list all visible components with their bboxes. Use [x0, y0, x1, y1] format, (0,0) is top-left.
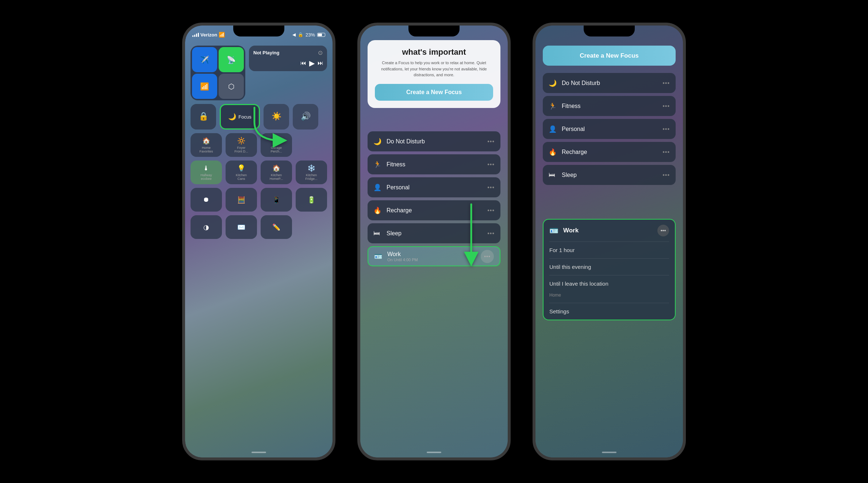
p3-work-dots-button[interactable]: ••• — [657, 225, 669, 236]
arrow-1 — [247, 104, 291, 149]
location-sublabel: Home — [544, 292, 675, 303]
p3-moon-icon: 🌙 — [549, 79, 559, 87]
p3-personal-dots[interactable]: ••• — [662, 126, 670, 132]
record-icon: ⏺ — [203, 196, 210, 204]
until-leave-location-option[interactable]: Until I leave this location — [544, 275, 675, 292]
home-tiles-row-2: 🌡 Hallwayecobee 💡 KitchenCans 🏠 KitchenH… — [191, 161, 327, 184]
sleep-icon: 🛏 — [373, 229, 384, 237]
status-right-1: ◀ 🔒 23% — [292, 32, 325, 38]
prev-icon[interactable]: ⏮ — [300, 60, 306, 66]
fitness-label: Fitness — [387, 161, 487, 168]
record-tile[interactable]: ⏺ — [191, 188, 222, 212]
p3-sleep-icon: 🛏 — [549, 171, 559, 179]
darkmode-icon: ◑ — [203, 223, 209, 231]
personal-item[interactable]: 👤 Personal ••• — [368, 177, 500, 197]
kitchen-home-tile[interactable]: 🏠 KitchenHomeP... — [261, 161, 292, 184]
phone-2-notch — [408, 26, 460, 36]
phone-3-bg: Create a New Focus 🌙 Do Not Disturb ••• … — [535, 26, 683, 457]
personal-dots[interactable]: ••• — [487, 184, 495, 191]
blank-tile-1 — [296, 133, 327, 157]
p3-dots-icon: ••• — [661, 228, 666, 233]
remote-tile[interactable]: 📱 — [261, 188, 292, 212]
fitness-icon: 🏃 — [373, 161, 384, 169]
do-not-disturb-item[interactable]: 🌙 Do Not Disturb ••• — [368, 131, 500, 151]
p3-personal-icon: 👤 — [549, 125, 559, 133]
p3-dnd-dots[interactable]: ••• — [662, 80, 670, 86]
media-tile[interactable]: ⊙ Not Playing ⏮ ▶ ⏭ — [249, 46, 327, 71]
screen-lock-tile[interactable]: 🔒 — [191, 104, 216, 130]
work-expanded-panel: 🪪 Work ••• For 1 hour Until this evening… — [543, 219, 676, 320]
phone-1-bg: Verizon 📶 ◀ 🔒 23% — [185, 26, 333, 457]
scroll-indicator-3 — [602, 452, 617, 453]
media-controls: ⏮ ▶ ⏭ — [300, 59, 323, 67]
p3-sleep-dots[interactable]: ••• — [662, 172, 670, 178]
p3-recharge-label: Recharge — [562, 149, 662, 155]
kitchen-cans-tile[interactable]: 💡 KitchenCans — [226, 161, 257, 184]
p3-dnd-label: Do Not Disturb — [562, 80, 662, 86]
volume-tile[interactable]: 🔊 — [293, 104, 318, 130]
foyer-label: FoyerFront D... — [234, 146, 248, 153]
phone-3-screen: Create a New Focus 🌙 Do Not Disturb ••• … — [535, 26, 683, 457]
battery-icon — [317, 33, 325, 37]
settings-option[interactable]: Settings — [544, 303, 675, 320]
location-icon: ◀ — [292, 32, 296, 37]
p3-fitness-dots[interactable]: ••• — [662, 103, 670, 109]
play-icon[interactable]: ▶ — [309, 59, 315, 67]
p3-fitness-item[interactable]: 🏃 Fitness ••• — [543, 96, 676, 116]
fitness-dots[interactable]: ••• — [487, 161, 495, 168]
create-new-focus-button-3[interactable]: Create a New Focus — [543, 46, 676, 66]
blank-tile-2 — [296, 215, 327, 239]
cellular-tile[interactable]: 📡 — [219, 47, 244, 72]
kitchen-fridge-tile[interactable]: ❄️ KitchenFridge... — [296, 161, 327, 184]
p3-recharge-item[interactable]: 🔥 Recharge ••• — [543, 142, 676, 162]
wifi-icon: 📶 — [219, 32, 225, 38]
cc-row-1: ✈️ 📡 📶 ⬡ ⊙ — [191, 46, 327, 100]
battery-label: 23% — [306, 32, 315, 38]
dnd-label: Do Not Disturb — [387, 138, 487, 145]
fitness-item[interactable]: 🏃 Fitness ••• — [368, 154, 500, 174]
bottom-icons-row: ⏺ 🧮 📱 🔋 — [191, 188, 327, 212]
phone-2-screen: what's important Create a Focus to help … — [360, 26, 508, 457]
until-this-evening-option[interactable]: Until this evening — [544, 259, 675, 275]
p3-recharge-dots[interactable]: ••• — [662, 149, 670, 155]
darkmode-tile[interactable]: ◑ — [191, 215, 222, 239]
personal-icon: 👤 — [373, 183, 384, 192]
sleep-dots[interactable]: ••• — [487, 230, 495, 237]
scroll-indicator-1 — [251, 452, 266, 453]
battery-tile[interactable]: 🔋 — [296, 188, 327, 212]
p3-dnd-item[interactable]: 🌙 Do Not Disturb ••• — [543, 73, 676, 93]
p3-sleep-item[interactable]: 🛏 Sleep ••• — [543, 165, 676, 185]
bluetooth-icon: ⬡ — [228, 82, 234, 91]
kitchen-fridge-icon: ❄️ — [307, 164, 315, 172]
next-icon[interactable]: ⏭ — [318, 60, 323, 66]
moon-icon-2: 🌙 — [373, 138, 384, 146]
p3-recharge-icon: 🔥 — [549, 148, 559, 156]
airplane-tile[interactable]: ✈️ — [192, 47, 217, 72]
arrow-2 — [457, 201, 486, 268]
p3-personal-item[interactable]: 👤 Personal ••• — [543, 119, 676, 139]
cc-row-2: 🔒 🌙 Focus ☀️ — [191, 104, 327, 130]
hallway-tile[interactable]: 🌡 Hallwayecobee — [191, 161, 222, 184]
wifi-tile[interactable]: 📶 — [192, 74, 217, 99]
kitchen-cans-label: KitchenCans — [236, 173, 247, 181]
for-1-hour-option[interactable]: For 1 hour — [544, 242, 675, 258]
kitchen-fridge-label: KitchenFridge... — [305, 173, 317, 181]
work-icon: 🪪 — [374, 252, 384, 260]
airplay-icon: ⊙ — [318, 49, 323, 56]
calc-tile[interactable]: 🧮 — [226, 188, 257, 212]
wallet-tile[interactable]: ✉️ — [226, 215, 257, 239]
personal-label: Personal — [387, 184, 487, 191]
phone-2-bg: what's important Create a Focus to help … — [360, 26, 508, 457]
recharge-dots[interactable]: ••• — [487, 207, 495, 214]
battery-tile-icon: 🔋 — [307, 196, 315, 204]
moon-icon: 🌙 — [228, 113, 236, 121]
bluetooth-tile[interactable]: ⬡ — [219, 74, 244, 99]
create-new-focus-button-2[interactable]: Create a New Focus — [375, 84, 493, 101]
dnd-dots[interactable]: ••• — [487, 138, 495, 145]
markup-tile[interactable]: ✏️ — [261, 215, 292, 239]
home-favorites-tile[interactable]: 🏠 HomeFavorites — [191, 133, 222, 157]
home-label: HomeFavorites — [199, 146, 213, 153]
p3-fitness-icon: 🏃 — [549, 102, 559, 110]
wallet-icon: ✉️ — [237, 223, 245, 231]
signal-icon — [192, 33, 199, 37]
